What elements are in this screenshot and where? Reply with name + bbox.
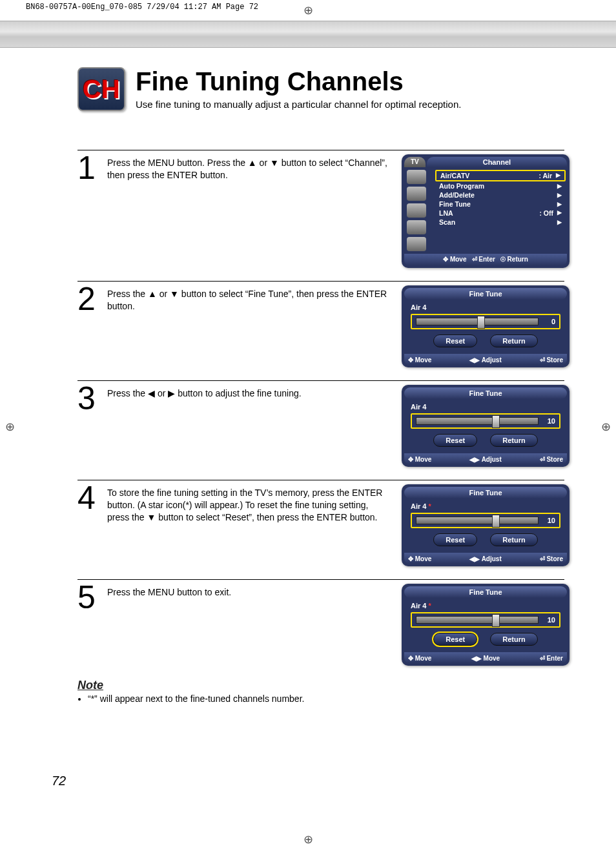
ft-title: Fine Tune [404, 586, 567, 598]
sidebar-icon [407, 170, 426, 184]
chevron-right-icon: ▶ [557, 183, 562, 189]
menu-row-value: : Air [539, 172, 552, 180]
star-icon: * [429, 602, 431, 610]
slider-value: 0 [542, 318, 555, 325]
step-number: 2 [77, 285, 101, 313]
slider-handle[interactable] [477, 316, 485, 329]
return-button[interactable]: Return [490, 434, 537, 447]
menu-row[interactable]: Add/Delete ▶ [435, 190, 566, 200]
osd-fine-tune: Fine Tune Air 4 * 10 Reset Return ✥ Move… [402, 584, 570, 666]
ft-title: Fine Tune [404, 487, 567, 498]
footer-hint: ✥ Move [408, 456, 431, 463]
reset-button[interactable]: Reset [433, 533, 477, 546]
menu-row[interactable]: LNA : Off▶ [435, 209, 566, 218]
crop-mark-icon: ⊕ [601, 420, 611, 434]
sidebar-icon [407, 220, 426, 234]
osd-footer: ✥ Move◀▶ Adjust⏎ Store [404, 453, 567, 464]
menu-row[interactable]: Air/CATV : Air▶ [435, 170, 566, 181]
menu-row-label: Air/CATV [440, 172, 469, 180]
menu-row-label: LNA [439, 209, 453, 217]
footer-hint: ◀▶ Adjust [469, 356, 502, 364]
ft-slider[interactable]: 10 [411, 612, 560, 628]
return-button[interactable]: Return [490, 533, 537, 546]
chevron-right-icon: ▶ [557, 192, 562, 198]
menu-row[interactable]: Auto Program ▶ [435, 181, 566, 190]
step-text: Press the MENU button. Press the ▲ or ▼ … [107, 154, 390, 181]
step-number: 5 [77, 584, 101, 611]
tab-main: Channel [427, 157, 567, 167]
step-text: Press the ▲ or ▼ button to select “Fine … [107, 285, 390, 313]
crop-mark-icon: ⊕ [303, 832, 313, 847]
sidebar-icon [407, 187, 426, 201]
ft-slider[interactable]: 10 [411, 513, 560, 528]
osd-footer: ✥ Move⏎ Enter⦾ Return [404, 254, 567, 265]
step-row: 5 Press the MENU button to exit. Fine Tu… [77, 579, 564, 666]
slider-handle[interactable] [492, 614, 500, 627]
step-screenshot: Fine Tune Air 4 0 Reset Return ✥ Move◀▶ … [402, 285, 564, 367]
step-screenshot: Fine Tune Air 4 * 10 Reset Return ✥ Move… [402, 484, 564, 566]
metal-band [0, 21, 616, 48]
ft-slider[interactable]: 0 [411, 314, 560, 329]
step-text: To store the fine tuning setting in the … [107, 484, 390, 524]
slider-track [416, 318, 539, 325]
osd-fine-tune: Fine Tune Air 4 * 10 Reset Return ✥ Move… [402, 484, 570, 566]
chevron-right-icon: ▶ [557, 219, 562, 225]
step-row: 2 Press the ▲ or ▼ button to select “Fin… [77, 281, 564, 367]
note-list: “*” will appear next to the fine-tuned c… [77, 694, 564, 704]
footer-hint: ⏎ Enter [472, 256, 495, 263]
slider-handle[interactable] [492, 415, 500, 428]
footer-hint: ◀▶ Adjust [469, 456, 502, 463]
crop-mark-icon: ⊕ [5, 420, 15, 434]
menu-row[interactable]: Fine Tune ▶ [435, 200, 566, 209]
step-text: Press the MENU button to exit. [107, 584, 390, 599]
reset-button[interactable]: Reset [433, 334, 477, 347]
menu-row-label: Scan [439, 218, 455, 226]
step-number: 3 [77, 385, 101, 413]
footer-hint: ⏎ Store [540, 555, 563, 562]
ft-title: Fine Tune [404, 288, 567, 300]
footer-hint: ✥ Move [408, 356, 431, 364]
ft-channel: Air 4 * [411, 602, 560, 610]
footer-hint: ◀▶ Adjust [469, 555, 502, 562]
reset-button[interactable]: Reset [433, 434, 477, 447]
reset-button[interactable]: Reset [433, 633, 477, 646]
return-button[interactable]: Return [490, 633, 537, 646]
footer-hint: ✥ Move [408, 655, 431, 662]
footer-hint: ✥ Move [408, 555, 431, 562]
menu-row-label: Fine Tune [439, 200, 471, 208]
chevron-right-icon: ▶ [557, 201, 562, 207]
osd-fine-tune: Fine Tune Air 4 10 Reset Return ✥ Move◀▶… [402, 385, 570, 467]
menu-row[interactable]: Scan ▶ [435, 218, 566, 227]
step-screenshot: Fine Tune Air 4 10 Reset Return ✥ Move◀▶… [402, 385, 564, 467]
osd-sidebar [404, 169, 434, 252]
osd-menu-list: Air/CATV : Air▶ Auto Program ▶ Add/Delet… [434, 169, 567, 252]
ch-badge: CH [77, 67, 125, 111]
ft-channel: Air 4 [411, 303, 560, 311]
slider-track [416, 417, 539, 425]
osd-footer: ✥ Move◀▶ Adjust⏎ Store [404, 354, 567, 365]
page: ⊕ ⊕ ⊕ ⊕ BN68-00757A-00Eng_070-085 7/29/0… [0, 0, 616, 853]
slider-track [416, 616, 539, 624]
footer-hint: ⦾ Return [500, 256, 528, 263]
menu-row-value: : Off [539, 209, 553, 217]
slider-handle[interactable] [492, 515, 500, 528]
return-button[interactable]: Return [490, 334, 537, 347]
page-subtitle: Use fine tuning to manually adjust a par… [136, 99, 461, 110]
ft-slider[interactable]: 10 [411, 413, 560, 429]
menu-row-label: Auto Program [439, 182, 484, 190]
ft-channel: Air 4 * [411, 502, 560, 510]
ft-channel: Air 4 [411, 403, 560, 411]
sidebar-icon [407, 203, 426, 218]
footer-hint: ⏎ Store [540, 356, 563, 364]
chevron-right-icon: ▶ [556, 172, 560, 180]
note-item: “*” will appear next to the fine-tuned c… [88, 694, 564, 704]
chevron-right-icon: ▶ [557, 209, 562, 217]
osd-fine-tune: Fine Tune Air 4 0 Reset Return ✥ Move◀▶ … [402, 285, 570, 367]
step-row: 3 Press the ◀ or ▶ button to adjust the … [77, 380, 564, 467]
footer-hint: ◀▶ Move [471, 655, 500, 662]
osd-menu: TV Channel Air/CATV : Air▶ Auto Program … [402, 154, 570, 268]
ch-badge-text: CH [83, 75, 120, 104]
note-title: Note [77, 679, 564, 692]
footer-hint: ⏎ Enter [540, 655, 563, 662]
tab-tv: TV [404, 157, 426, 167]
